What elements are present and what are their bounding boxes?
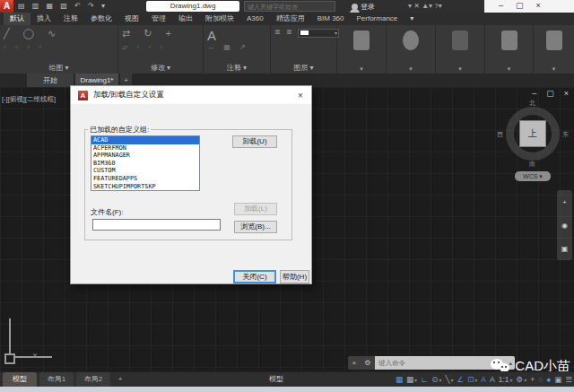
list-item[interactable]: FEATUREDAPPS [91, 175, 199, 183]
tab-performance[interactable]: Performance [350, 13, 404, 25]
list-item[interactable]: CUSTOM [91, 167, 199, 175]
ribbon-display-toggle-icon[interactable]: ▾ [404, 13, 420, 25]
list-item[interactable]: SKETCHUPIMPORTSKP [91, 183, 199, 191]
list-item[interactable]: ACAD [91, 136, 199, 144]
viewcube-west-label[interactable]: 西 [497, 130, 503, 139]
customization-groups-list[interactable]: ACAD ACPERFMON APPMANAGER BIM360 CUSTOM … [91, 135, 200, 191]
close-dialog-button[interactable]: 关闭(C) [233, 270, 276, 283]
panel-clipboard[interactable]: ▾ [534, 25, 574, 74]
modify-tool-grid-icons[interactable]: ▱ ▫ ▫ ▫ [122, 43, 166, 51]
chevron-down-icon[interactable]: ▾ [474, 377, 477, 383]
chevron-down-icon[interactable]: ▾ [485, 65, 533, 73]
pan-icon[interactable]: + [562, 198, 567, 206]
tab-parametric[interactable]: 参数化 [84, 13, 118, 25]
list-item[interactable]: APPMANAGER [91, 152, 199, 160]
draw-tool-icons[interactable]: ╱ ◯ ∿ [4, 28, 61, 39]
layer-dropdown[interactable]: ▾ [298, 29, 339, 38]
chevron-down-icon[interactable]: ▾ [387, 65, 435, 73]
panel-block[interactable]: ▾ [337, 25, 387, 74]
quick-access-toolbar[interactable]: ▤ ▥ ▦ ▧ ↶ ↷ ▾ [18, 2, 108, 10]
tab-annotate[interactable]: 注释 [57, 13, 84, 25]
panel-draw-label[interactable]: 绘图 ▾ [0, 63, 117, 73]
titlebar-icons[interactable]: ▾ ✕ ▲▾ ?▾ [408, 2, 442, 10]
object-snap-icon[interactable]: ⊡ [467, 375, 474, 384]
help-button[interactable]: 帮助(H) [280, 270, 309, 283]
chevron-down-icon[interactable]: ▾ [534, 65, 574, 73]
add-layout-button[interactable]: + [114, 372, 126, 387]
polar-tracking-icon[interactable]: ⊙ [431, 375, 438, 384]
wcs-dropdown[interactable]: WCS ▾ [515, 171, 551, 181]
list-item[interactable]: ACPERFMON [91, 144, 199, 152]
isodraft-icon[interactable]: ╲ [445, 375, 449, 384]
dialog-close-icon[interactable]: × [290, 91, 311, 100]
chevron-down-icon[interactable]: ▾ [439, 377, 441, 383]
panel-groups[interactable]: ▾ [436, 25, 485, 74]
panel-utilities[interactable]: ▾ [485, 25, 534, 74]
modify-tool-icons[interactable]: ⇄ ↻ + [122, 28, 177, 39]
draw-tool-grid-icons[interactable]: ▫ ▫ ▫ ▫ [4, 43, 45, 51]
tab-view[interactable]: 视图 [118, 13, 145, 25]
annotation-visibility-icon[interactable]: A [481, 375, 486, 384]
drawing-minimize-button[interactable]: – [532, 89, 536, 98]
viewport-controls-label[interactable]: [-][俯视][二维线框] [2, 95, 56, 104]
layout-tab-model[interactable]: 模型 [3, 372, 37, 387]
navigation-bar[interactable]: + ◉ ▣ [557, 190, 572, 260]
tab-manage[interactable]: 管理 [145, 13, 172, 25]
minimize-button[interactable]: – [499, 1, 503, 10]
chevron-down-icon[interactable]: ▾ [510, 377, 513, 383]
dialog-title-bar[interactable]: A 加载/卸载自定义设置 × [71, 86, 311, 104]
customize-menu-icon[interactable]: ☰ [565, 375, 572, 384]
viewcube[interactable]: 上 北 南 西 东 [504, 105, 561, 162]
viewcube-south-label[interactable]: 南 [529, 160, 535, 169]
layout-tab-layout1[interactable]: 布局1 [39, 372, 74, 387]
tab-insert[interactable]: 插入 [30, 13, 57, 25]
drawing-close-button[interactable]: × [564, 89, 569, 98]
ortho-icon[interactable]: ∟ [421, 375, 428, 384]
panel-modify-label[interactable]: 修改 ▾ [118, 63, 203, 73]
tab-output[interactable]: 输出 [172, 13, 199, 25]
clean-screen-icon[interactable]: ▣ [554, 375, 561, 384]
layout-tab-layout2[interactable]: 布局2 [76, 372, 110, 387]
chevron-down-icon[interactable]: ▾ [524, 377, 526, 383]
auto-scale-icon[interactable]: A [490, 375, 495, 384]
panel-layers-label[interactable]: 图层 ▾ [271, 63, 336, 73]
annotation-monitor-icon[interactable]: + [530, 375, 535, 384]
maximize-button[interactable]: ▢ [516, 1, 524, 10]
command-customize-icon[interactable]: ⚙ [364, 359, 370, 367]
sign-in-button[interactable]: 登录 [352, 2, 375, 12]
file-tab-start[interactable]: 开始 [27, 74, 74, 87]
chevron-down-icon[interactable]: ▾ [337, 65, 386, 73]
search-input[interactable] [244, 1, 335, 12]
viewcube-top-face[interactable]: 上 [519, 120, 546, 147]
chevron-down-icon[interactable]: ▾ [451, 377, 454, 383]
file-name-input[interactable] [92, 219, 221, 231]
drawing-restore-button[interactable]: ▢ [546, 89, 554, 98]
chevron-down-icon[interactable]: ▾ [414, 377, 417, 383]
tab-addins[interactable]: 附加模块 [199, 13, 240, 25]
model-space-toggle[interactable]: 模型 [269, 372, 283, 387]
viewcube-east-label[interactable]: 东 [562, 130, 569, 139]
panel-annotate-label[interactable]: 注释 ▾ [204, 63, 270, 73]
annotate-tool-icons[interactable]: ↔ ▦ ↗ [207, 43, 249, 51]
close-button[interactable]: × [536, 1, 541, 10]
list-item[interactable]: BIM360 [91, 160, 199, 168]
isolate-objects-icon[interactable]: ◌ [538, 375, 543, 384]
object-snap-tracking-icon[interactable]: ∠ [457, 375, 465, 384]
zoom-icon[interactable]: ◉ [561, 222, 568, 230]
workspace-gear-icon[interactable]: ⚙ [517, 375, 524, 384]
chevron-down-icon[interactable]: ▾ [436, 65, 484, 73]
panel-properties[interactable]: ▾ [387, 25, 436, 74]
grid-icon[interactable]: ▦ [396, 375, 403, 384]
text-tool-icon[interactable]: A [207, 28, 222, 43]
snap-icon[interactable]: ▦ [406, 375, 413, 384]
tab-bim360[interactable]: BIM 360 [311, 13, 351, 25]
viewcube-north-label[interactable]: 北 [529, 99, 535, 108]
command-close-icon[interactable]: × [352, 359, 357, 367]
hardware-acceleration-icon[interactable]: ● [546, 375, 551, 384]
browse-button[interactable]: 浏览(B)... [234, 221, 277, 233]
orbit-icon[interactable]: ▣ [561, 245, 569, 253]
autocad-logo-icon[interactable]: A [0, 0, 13, 13]
tab-a360[interactable]: A360 [240, 13, 270, 25]
tab-home[interactable]: 默认 [4, 13, 30, 25]
annotation-scale-value[interactable]: 1:1 [499, 375, 509, 384]
